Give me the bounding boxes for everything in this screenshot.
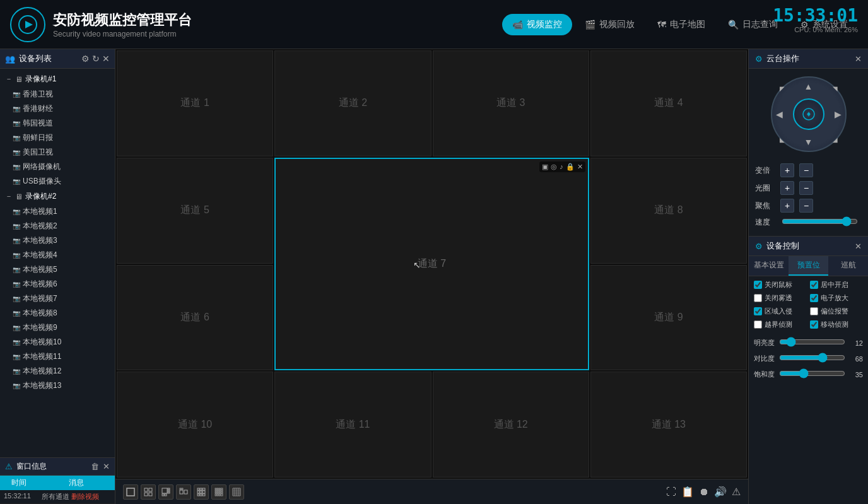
video-cell-11[interactable]: 通道 11 xyxy=(274,372,431,478)
video-cell-2[interactable]: 通道 2 xyxy=(274,50,431,156)
video-cell-10[interactable]: 通道 10 xyxy=(117,372,273,478)
tab-preset-position[interactable]: 预置位 xyxy=(789,256,828,276)
layout-4x6[interactable] xyxy=(229,484,244,500)
speed-slider[interactable] xyxy=(782,216,858,226)
motion-detection-checkbox[interactable] xyxy=(810,320,818,329)
list-item[interactable]: 📷本地视频10 xyxy=(0,335,115,349)
ptz-downright-button[interactable]: ◢ xyxy=(833,136,838,143)
video-cell-1[interactable]: 通道 1 xyxy=(117,50,273,156)
ptz-close-icon[interactable]: ✕ xyxy=(855,54,862,64)
list-item[interactable]: 📷网络摄像机 xyxy=(0,160,115,174)
toolbar-lock-icon[interactable]: 🔒 xyxy=(566,163,575,171)
video-cell-3[interactable]: 通道 3 xyxy=(433,50,589,156)
cross-detection-label[interactable]: 越界侦测 xyxy=(754,320,807,329)
ptz-right-button[interactable]: ▶ xyxy=(835,109,842,119)
center-open-label[interactable]: 居中开启 xyxy=(810,280,864,290)
alarm-icon[interactable]: ⚠ xyxy=(732,486,741,498)
list-item[interactable]: 📷美国卫视 xyxy=(0,145,115,160)
brightness-slider[interactable] xyxy=(779,337,845,347)
list-item[interactable]: 📷USB摄像头 xyxy=(0,174,115,189)
video-cell-9[interactable]: 通道 9 xyxy=(590,265,747,371)
ptz-left-button[interactable]: ◀ xyxy=(776,109,783,119)
close-mouse-checkbox[interactable] xyxy=(754,281,762,289)
toolbar-snap-icon[interactable]: ◎ xyxy=(551,163,557,171)
ptz-up-button[interactable]: ▲ xyxy=(804,81,813,91)
toolbar-rec-icon[interactable]: ▣ xyxy=(542,163,548,171)
focus-minus-button[interactable]: − xyxy=(799,199,813,213)
zoom-plus-button[interactable]: + xyxy=(780,163,794,177)
list-item[interactable]: 📷朝鲜日报 xyxy=(0,131,115,145)
audio-all-icon[interactable]: 🔊 xyxy=(714,486,727,498)
ptz-downleft-button[interactable]: ◣ xyxy=(780,136,785,143)
contrast-slider[interactable] xyxy=(779,353,845,363)
offset-alarm-label[interactable]: 偏位报警 xyxy=(810,307,864,316)
list-item[interactable]: 📷本地视频3 xyxy=(0,233,115,248)
nav-video-playback[interactable]: 🎬 视频回放 xyxy=(575,14,645,35)
focus-plus-button[interactable]: + xyxy=(780,199,794,213)
nav-map[interactable]: 🗺 电子地图 xyxy=(647,14,715,35)
close-haze-label[interactable]: 关闭雾透 xyxy=(754,293,807,303)
list-item[interactable]: 📷本地视频5 xyxy=(0,262,115,277)
list-item[interactable]: 📷本地视频11 xyxy=(0,349,115,364)
list-item[interactable]: 📷香港卫视 xyxy=(0,87,115,102)
record-all-icon[interactable]: ⏺ xyxy=(699,486,709,498)
video-cell-5[interactable]: 通道 5 xyxy=(117,158,273,264)
zoom-minus-button[interactable]: − xyxy=(799,163,813,177)
video-cell-8[interactable]: 通道 8 xyxy=(590,158,747,264)
video-cell-6[interactable]: 通道 6 xyxy=(117,265,273,371)
video-cell-7[interactable]: ▣ ◎ ♪ 🔒 ✕ ↖通道 7 xyxy=(274,158,589,371)
recorder-group-2[interactable]: － 🖥 录像机#2 xyxy=(0,189,115,204)
list-item[interactable]: 📷本地视频1 xyxy=(0,204,115,219)
list-item[interactable]: 📷本地视频6 xyxy=(0,277,115,291)
list-item[interactable]: 📷本地视频12 xyxy=(0,364,115,378)
motion-detection-label[interactable]: 移动侦测 xyxy=(810,320,864,329)
ptz-center-button[interactable] xyxy=(793,98,824,130)
iris-plus-button[interactable]: + xyxy=(780,181,794,195)
offset-alarm-checkbox[interactable] xyxy=(810,307,818,315)
iris-minus-button[interactable]: − xyxy=(799,181,813,195)
list-item[interactable]: 📷本地视频2 xyxy=(0,219,115,233)
device-control-close-icon[interactable]: ✕ xyxy=(855,242,862,251)
tab-basic-settings[interactable]: 基本设置 xyxy=(749,256,789,276)
sidebar-close-icon[interactable]: ✕ xyxy=(102,54,110,64)
ptz-down-button[interactable]: ▼ xyxy=(804,137,813,147)
delete-video-button[interactable]: 删除视频 xyxy=(71,493,99,500)
area-intrusion-checkbox[interactable] xyxy=(754,307,762,315)
sidebar-settings-icon[interactable]: ⚙ xyxy=(81,54,90,64)
center-open-checkbox[interactable] xyxy=(810,281,818,289)
window-info-close-icon[interactable]: ✕ xyxy=(103,462,110,471)
list-item[interactable]: 📷本地视频4 xyxy=(0,248,115,262)
window-info-clear-icon[interactable]: 🗑 xyxy=(91,462,99,471)
video-cell-12[interactable]: 通道 12 xyxy=(433,372,589,478)
nav-video-monitor[interactable]: 📹 视频监控 xyxy=(502,14,572,35)
list-item[interactable]: 📷本地视频13 xyxy=(0,378,115,393)
layout-2plus8[interactable] xyxy=(176,484,191,500)
list-item[interactable]: 📷香港财经 xyxy=(0,102,115,116)
recorder-group-1[interactable]: － 🖥 录像机#1 xyxy=(0,71,115,87)
list-item[interactable]: 📷本地视频9 xyxy=(0,320,115,335)
list-item[interactable]: 📷本地视频7 xyxy=(0,291,115,306)
layout-1plus5[interactable] xyxy=(158,484,173,500)
layout-4x4[interactable] xyxy=(211,484,226,500)
sidebar-refresh-icon[interactable]: ↻ xyxy=(92,54,100,64)
ptz-upleft-button[interactable]: ◤ xyxy=(780,85,785,92)
area-intrusion-label[interactable]: 区域入侵 xyxy=(754,307,807,316)
list-item[interactable]: 📷本地视频8 xyxy=(0,306,115,320)
close-mouse-label[interactable]: 关闭鼠标 xyxy=(754,280,807,290)
electronic-zoom-label[interactable]: 电子放大 xyxy=(810,293,864,303)
video-cell-4[interactable]: 通道 4 xyxy=(590,50,747,156)
toolbar-x-icon[interactable]: ✕ xyxy=(577,163,583,171)
video-cell-13[interactable]: 通道 13 xyxy=(590,372,747,478)
electronic-zoom-checkbox[interactable] xyxy=(810,294,818,302)
toolbar-vol-icon[interactable]: ♪ xyxy=(560,163,563,171)
ptz-upright-button[interactable]: ◥ xyxy=(833,85,838,92)
layout-1x1[interactable] xyxy=(123,484,138,500)
saturation-slider[interactable] xyxy=(779,368,845,378)
layout-2x2[interactable] xyxy=(141,484,156,500)
snapshot-all-icon[interactable]: 📋 xyxy=(681,486,694,498)
layout-3x3[interactable] xyxy=(194,484,209,500)
close-haze-checkbox[interactable] xyxy=(754,294,762,302)
cross-detection-checkbox[interactable] xyxy=(754,320,762,329)
fullscreen-icon[interactable]: ⛶ xyxy=(666,486,676,498)
list-item[interactable]: 📷韩国视道 xyxy=(0,116,115,131)
